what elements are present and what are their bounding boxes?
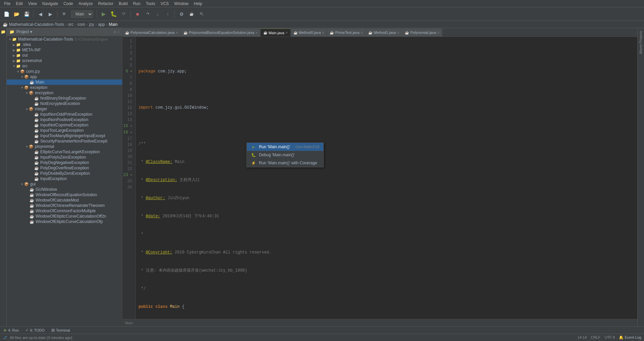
breadcrumb-file[interactable]: Main <box>109 22 117 27</box>
tab-primetest[interactable]: ☕ PrimeTest.java × <box>327 29 366 37</box>
tree-item-notencrypted[interactable]: ☕ NotEncryptedExcetion <box>7 101 122 106</box>
tab-main[interactable]: ☕ Main.java × <box>261 29 291 37</box>
tree-item-notbinary[interactable]: ☕ NotBinaryStringException <box>7 96 122 101</box>
tree-item-common[interactable]: ☕ WindowOfCommonFactorMultiple <box>7 208 122 214</box>
terminal-tab[interactable]: ▤ Terminal <box>50 328 71 332</box>
tree-item-polydeg1[interactable]: ☕ PolyDegNegativeException <box>7 160 122 165</box>
tab-polynomial-calc[interactable]: ☕ PolynomialCalculation.java × <box>122 29 181 37</box>
debug-button[interactable]: 🐛 <box>109 10 118 18</box>
tree-item-inputnon1[interactable]: ☕ InputNonOddPrimeException <box>7 112 122 117</box>
forward-button[interactable]: ▶ <box>46 10 55 18</box>
tree-item-calcmod[interactable]: ☕ WindowOfCalculateMod <box>7 197 122 203</box>
tree-item-ellipticp[interactable]: ☕ WindowOfEllipticCurveCalculationOfp <box>7 219 122 224</box>
left-icon-project[interactable]: 📁 <box>1 30 6 34</box>
tab-method0[interactable]: ☕ Method0.java × <box>291 29 327 37</box>
tree-item-inputpoly[interactable]: ☕ InputPolyIsZeroException <box>7 155 122 160</box>
tab-polynomial[interactable]: ☕ Polynomial.java × <box>402 29 442 37</box>
tree-item-chinese[interactable]: ☕ WindowOfChineseRemainderTheorem <box>7 203 122 208</box>
settings-button[interactable]: ⚙ <box>177 10 186 18</box>
tree-item-bezout[interactable]: ☕ WindowOfBezoutEquationSolution <box>7 192 122 197</box>
tree-item-elliptic[interactable]: ☕ EllipticCurveTooLargeKException <box>7 149 122 155</box>
sdk-button[interactable]: ☕ <box>187 10 196 18</box>
tree-item-metainf[interactable]: ▶ 📁 META-INF <box>7 47 122 53</box>
tree-item-app[interactable]: ▼ 📦 app <box>7 74 122 79</box>
save-all-button[interactable]: 💾 <box>22 10 31 18</box>
tree-item-integer[interactable]: ▼ 📦 integer <box>7 106 122 112</box>
tree-item-polydeg2[interactable]: ☕ PolyDegOverflowException <box>7 165 122 171</box>
step-over-button[interactable]: ↷ <box>143 10 152 18</box>
menu-item-refactor[interactable]: Refactor <box>96 1 116 7</box>
menu-item-tools[interactable]: Tools <box>143 1 158 7</box>
tab-bezout-eq[interactable]: ☕ PolynomialBezoutEquationSolution.java … <box>181 29 260 37</box>
tab-method1[interactable]: ☕ Method1.java × <box>366 29 402 37</box>
tree-item-inputnon2[interactable]: ☕ InputNonPositiveException <box>7 117 122 122</box>
back-button[interactable]: ◀ <box>36 10 45 18</box>
tree-item-inputexception[interactable]: ☕ InputException <box>7 176 122 181</box>
tree-item-security[interactable]: ☕ SecurityParameterNonPostiveExcepti <box>7 138 122 144</box>
step-out-button[interactable]: ↑ <box>163 10 172 18</box>
breadcrumb-app[interactable]: app <box>98 22 105 27</box>
menu-item-window[interactable]: Window <box>171 1 191 7</box>
code-content[interactable]: package com.jzy.app; import com.jzy.gui.… <box>136 37 637 319</box>
tree-item-screenshot[interactable]: ▶ 📁 screenshot <box>7 58 122 63</box>
menu-item-code[interactable]: Code <box>61 1 76 7</box>
tree-item-gui[interactable]: ▼ 📦 gui <box>7 181 122 187</box>
breadcrumb-jzy[interactable]: jzy <box>89 22 94 27</box>
menu-item-view[interactable]: View <box>25 1 40 7</box>
tree-item-idea[interactable]: ▶ 📁 .idea <box>7 42 122 47</box>
tree-item-encryption[interactable]: ▼ 📦 encryption <box>7 90 122 96</box>
menu-item-analyze[interactable]: Analyze <box>76 1 96 7</box>
stop-button[interactable]: ■ <box>133 10 142 18</box>
tree-item-inputtoo2[interactable]: ☕ InputTooManyBigIntegerInputExcept <box>7 133 122 138</box>
ctx-run-coverage[interactable]: ⚡ Run 'Main.main()' with Coverage <box>247 159 323 167</box>
todo-tab[interactable]: ✓ 6: TODO <box>24 328 46 332</box>
run-button[interactable]: ▶ <box>99 10 108 18</box>
folder-icon-integer: 📦 <box>29 107 34 111</box>
tree-item-comjzy[interactable]: ▼ 📦 com.jzy <box>7 69 122 74</box>
tab-close-0[interactable]: × <box>176 31 178 35</box>
branch-selector[interactable]: Main <box>71 10 93 18</box>
tree-item-ploynomial[interactable]: ▼ 📦 ploynomial <box>7 144 122 149</box>
tree-item-polydiv[interactable]: ☕ PolyDivideByZeroException <box>7 171 122 176</box>
open-button[interactable]: 📂 <box>12 10 21 18</box>
menu-item-edit[interactable]: Edit <box>13 1 25 7</box>
tree-item-exception[interactable]: ▼ 📦 exception <box>7 85 122 90</box>
menu-item-vcs[interactable]: VCS <box>158 1 172 7</box>
tab-close-4[interactable]: × <box>361 31 363 35</box>
terminal-tab-label: Terminal <box>56 328 70 332</box>
tree-root[interactable]: ▼ 📁 Mathematical-Caculation-Tools D:\CDe… <box>7 37 122 42</box>
tree-item-inputnot1[interactable]: ☕ InputNotCoprimeException <box>7 122 122 128</box>
menu-item-file[interactable]: File <box>1 1 13 7</box>
tree-item-out[interactable]: ▶ 📁 out <box>7 53 122 58</box>
event-log-button[interactable]: 🔔 Event Log <box>619 335 641 340</box>
breadcrumb-src[interactable]: src <box>68 22 73 27</box>
tree-item-src[interactable]: ▼ 📁 src <box>7 63 122 69</box>
plugins-button[interactable]: 🔌 <box>197 10 206 18</box>
menu-item-help[interactable]: Help <box>191 1 205 7</box>
tree-item-elliptic2n[interactable]: ☕ WindowOfEllipticCurveCalculationOff2n <box>7 214 122 219</box>
ctx-debug-main[interactable]: 🐛 Debug 'Main.main()' <box>247 151 323 159</box>
tree-item-inputtoo1[interactable]: ☕ InputTooLargeException <box>7 128 122 133</box>
tab-close-6[interactable]: × <box>437 31 439 35</box>
menu-item-run[interactable]: Run <box>130 1 143 7</box>
breadcrumb-com[interactable]: com <box>77 22 85 27</box>
tab-close-1[interactable]: × <box>256 31 258 35</box>
menu-item-build[interactable]: Build <box>116 1 130 7</box>
breadcrumb-project[interactable]: Mathematical-Caculation-Tools <box>9 22 64 27</box>
menu-item-navigate[interactable]: Navigate <box>40 1 61 7</box>
tab-close-3[interactable]: × <box>322 31 324 35</box>
maven-projects-label[interactable]: Maven Projects <box>638 30 643 55</box>
tab-close-2[interactable]: × <box>286 31 288 35</box>
code-editor[interactable]: 1 2 3 4 5 6 ▾ 7 8 9 10 11 12 13 14 15 ▾ … <box>122 37 637 319</box>
run-with-coverage-button[interactable]: 🛡 <box>119 10 128 18</box>
tree-item-main[interactable]: ☕ Main <box>7 79 122 85</box>
tree-item-guiwindow[interactable]: ☕ GUIWindow <box>7 187 122 192</box>
ctx-run-main[interactable]: ▶ Run 'Main.main()' Ctrl+Shift+F10 <box>247 143 323 151</box>
build-button[interactable]: ⚙ <box>60 10 68 18</box>
tab-close-5[interactable]: × <box>397 31 399 35</box>
new-file-button[interactable]: 📄 <box>2 10 11 18</box>
project-header-actions[interactable]: ⚙ ≡ <box>113 30 119 34</box>
line-numbers: 1 2 3 4 5 6 ▾ 7 8 9 10 11 12 13 14 15 ▾ … <box>122 37 136 319</box>
step-into-button[interactable]: ↓ <box>153 10 162 18</box>
run-tab[interactable]: ▶ 4: Run <box>3 328 20 332</box>
